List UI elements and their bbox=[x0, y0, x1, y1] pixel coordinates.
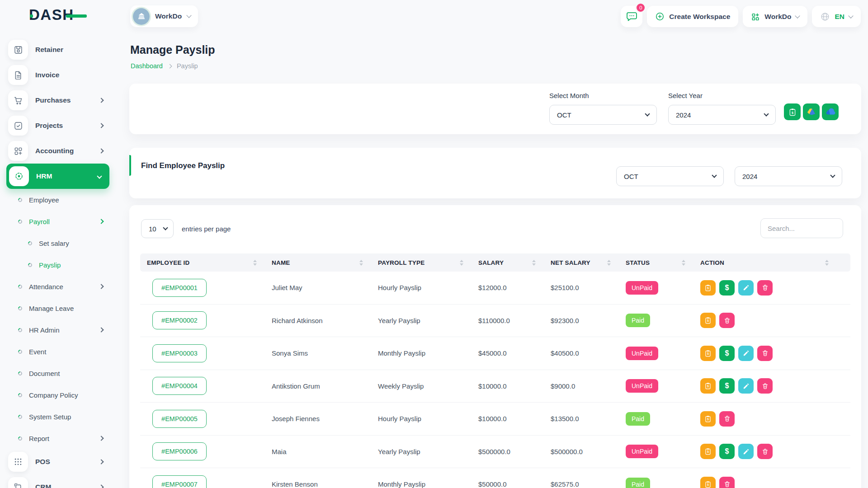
payslip-button[interactable]: $ bbox=[700, 411, 716, 427]
sidebar-item-employee[interactable]: Employee bbox=[0, 189, 128, 211]
column-header-status[interactable]: STATUS bbox=[619, 253, 693, 272]
sidebar-item-manage-leave[interactable]: Manage Leave bbox=[0, 297, 128, 319]
delete-button[interactable] bbox=[757, 378, 773, 394]
sidebar-item-pos[interactable]: POS bbox=[0, 449, 128, 474]
app-logo[interactable]: DASH bbox=[0, 0, 128, 30]
entries-per-page-label: entries per page bbox=[182, 225, 231, 233]
payslip-table-card: 10 entries per page EMPLOYEE IDNAMEPAYRO… bbox=[129, 205, 861, 488]
employee-id-badge[interactable]: #EMP00003 bbox=[152, 344, 207, 362]
column-header-name[interactable]: NAME bbox=[265, 253, 371, 272]
workspace-menu-button[interactable]: WorkDo bbox=[743, 6, 807, 27]
payslip-button[interactable]: $ bbox=[700, 477, 716, 488]
employee-id-badge[interactable]: #EMP00002 bbox=[152, 311, 207, 329]
language-button[interactable]: EN bbox=[812, 6, 861, 27]
edit-button[interactable] bbox=[738, 378, 754, 394]
chevron-down-icon bbox=[848, 13, 853, 18]
pay-button[interactable]: $ bbox=[719, 444, 735, 459]
invoice-icon bbox=[8, 65, 28, 85]
sidebar-item-projects[interactable]: Projects bbox=[0, 113, 128, 138]
column-header-payroll-type[interactable]: PAYROLL TYPE bbox=[371, 253, 472, 272]
employee-id-badge[interactable]: #EMP00001 bbox=[152, 279, 207, 297]
row-actions: $$ bbox=[700, 280, 850, 296]
sidebar-item-accounting[interactable]: Accounting bbox=[0, 138, 128, 164]
pay-button[interactable]: $ bbox=[719, 280, 735, 296]
sidebar-item-invoice[interactable]: Invoice bbox=[0, 62, 128, 88]
sort-icon bbox=[607, 260, 611, 266]
logo-dash-bar bbox=[66, 14, 87, 18]
sidebar-item-event[interactable]: Event bbox=[0, 341, 128, 362]
sidebar-item-attendance[interactable]: Attendance bbox=[0, 276, 128, 297]
sidebar-item-company-policy[interactable]: Company Policy bbox=[0, 384, 128, 406]
year-select[interactable]: 2024 bbox=[668, 105, 776, 125]
workspace-grid-icon bbox=[751, 12, 760, 21]
sidebar-item-label: Set salary bbox=[39, 239, 69, 247]
messages-button[interactable]: 0 bbox=[621, 6, 642, 27]
sidebar-item-payroll[interactable]: Payroll bbox=[0, 211, 128, 232]
sidebar-item-label: Invoice bbox=[35, 71, 59, 79]
delete-button[interactable] bbox=[757, 280, 773, 296]
sidebar-item-system-setup[interactable]: System Setup bbox=[0, 406, 128, 427]
sidebar-item-label: Employee bbox=[29, 196, 59, 204]
status-badge: UnPaid bbox=[626, 379, 658, 393]
delete-button[interactable] bbox=[757, 346, 773, 361]
employee-id-badge[interactable]: #EMP00004 bbox=[152, 377, 207, 395]
sidebar-item-report[interactable]: Report bbox=[0, 427, 128, 449]
pay-button[interactable]: $ bbox=[719, 346, 735, 361]
payslip-button[interactable]: $ bbox=[700, 444, 716, 459]
column-header-salary[interactable]: SALARY bbox=[472, 253, 544, 272]
salary-value: $10000.0 bbox=[472, 382, 544, 390]
search-input[interactable] bbox=[760, 218, 843, 238]
column-label: STATUS bbox=[626, 259, 650, 266]
messages-badge: 0 bbox=[636, 3, 646, 13]
pay-button[interactable]: $ bbox=[719, 378, 735, 394]
sidebar-item-payslip[interactable]: Payslip bbox=[0, 254, 128, 276]
chevron-down-icon bbox=[163, 225, 168, 230]
workspace-avatar bbox=[133, 8, 150, 25]
onedrive-export-button[interactable] bbox=[822, 103, 839, 120]
delete-button[interactable] bbox=[757, 444, 773, 459]
payslip-button[interactable]: $ bbox=[700, 346, 716, 361]
sidebar-item-set-salary[interactable]: Set salary bbox=[0, 232, 128, 254]
payslip-button[interactable]: $ bbox=[700, 378, 716, 394]
find-year-select[interactable]: 2024 bbox=[735, 166, 842, 186]
select-month-group: Select Month OCT bbox=[549, 92, 657, 125]
create-workspace-button[interactable]: Create Workspace bbox=[647, 6, 738, 27]
delete-button[interactable] bbox=[719, 477, 735, 488]
column-header-employee-id[interactable]: EMPLOYEE ID bbox=[140, 253, 265, 272]
generate-payslip-button[interactable]: $ bbox=[784, 103, 801, 120]
edit-button[interactable] bbox=[738, 346, 754, 361]
chevron-right-icon bbox=[99, 484, 104, 488]
payroll-type: Hourly Payslip bbox=[371, 284, 472, 291]
employee-name: Joseph Fiennes bbox=[265, 415, 371, 422]
employee-id-badge[interactable]: #EMP00005 bbox=[152, 410, 207, 428]
edit-button[interactable] bbox=[738, 444, 754, 459]
table-body: #EMP00001Juliet MayHourly Payslip$12000.… bbox=[140, 272, 850, 488]
column-header-net-salary[interactable]: NET SALARY bbox=[544, 253, 619, 272]
find-month-select[interactable]: OCT bbox=[616, 166, 724, 186]
sidebar-item-label: Document bbox=[29, 370, 60, 377]
payslip-button[interactable]: $ bbox=[700, 280, 716, 296]
breadcrumb-dashboard-link[interactable]: Dashboard bbox=[131, 62, 163, 70]
sidebar-item-purchases[interactable]: Purchases bbox=[0, 88, 128, 113]
sidebar-item-crm[interactable]: CRM bbox=[0, 474, 128, 488]
google-drive-export-button[interactable] bbox=[803, 103, 820, 120]
employee-name: Antikstion Grum bbox=[265, 382, 371, 390]
month-select[interactable]: OCT bbox=[549, 105, 657, 125]
entries-count-select[interactable]: 10 bbox=[141, 219, 174, 238]
edit-button[interactable] bbox=[738, 280, 754, 296]
sidebar-item-hrm[interactable]: HRM bbox=[6, 164, 109, 189]
workspace-chip[interactable]: WorkDo bbox=[130, 5, 198, 27]
employee-id-badge[interactable]: #EMP00007 bbox=[152, 475, 207, 488]
delete-button[interactable] bbox=[719, 411, 735, 427]
chevron-right-icon bbox=[99, 148, 104, 153]
employee-id-badge[interactable]: #EMP00006 bbox=[152, 442, 207, 460]
sidebar-item-retainer[interactable]: Retainer bbox=[0, 37, 128, 62]
sidebar-item-document[interactable]: Document bbox=[0, 362, 128, 384]
delete-button[interactable] bbox=[719, 313, 735, 328]
sidebar-item-hr-admin[interactable]: HR Admin bbox=[0, 319, 128, 341]
payslip-button[interactable]: $ bbox=[700, 313, 716, 328]
column-header-action[interactable]: ACTION bbox=[693, 253, 850, 272]
crm-icon bbox=[8, 477, 28, 488]
workspace-chip-label: WorkDo bbox=[155, 12, 182, 20]
page-title: Manage Payslip bbox=[130, 43, 215, 56]
